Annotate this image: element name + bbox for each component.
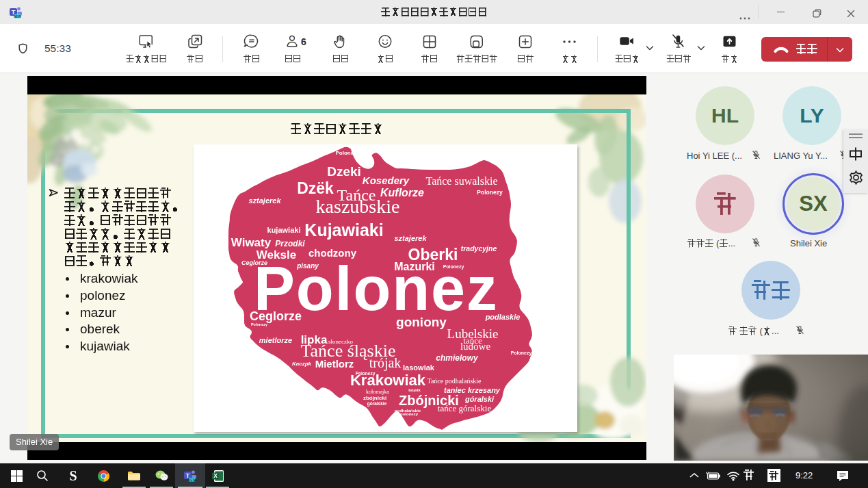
svg-text:Mietlorz: Mietlorz xyxy=(315,358,354,370)
svg-text:Tańce suwalskie: Tańce suwalskie xyxy=(425,175,497,187)
svg-text:tańce góralskie: tańce góralskie xyxy=(438,403,492,413)
svg-text:tradycyjne: tradycyjne xyxy=(461,244,497,253)
svg-text:Polonezy: Polonezy xyxy=(511,350,532,356)
svg-text:Polonezy: Polonezy xyxy=(477,189,503,196)
svg-text:X: X xyxy=(213,472,218,479)
svg-text:chmielowy: chmielowy xyxy=(436,353,479,363)
svg-text:ludowe: ludowe xyxy=(460,341,491,352)
svg-text:Polonezy: Polonezy xyxy=(251,322,268,326)
svg-text:Ceglorze: Ceglorze xyxy=(250,309,302,323)
svg-text:NEW: NEW xyxy=(188,478,196,482)
svg-text:Tańce podhalańskie: Tańce podhalańskie xyxy=(428,377,482,385)
svg-text:kołomajka: kołomajka xyxy=(366,389,389,395)
svg-text:Dzeki: Dzeki xyxy=(327,164,361,179)
svg-text:goniony: goniony xyxy=(396,315,447,329)
svg-text:zbójnicki: zbójnicki xyxy=(363,395,386,401)
svg-text:Wiwaty: Wiwaty xyxy=(231,236,272,249)
svg-text:kujawiaki: kujawiaki xyxy=(267,226,301,234)
svg-text:sztajerek: sztajerek xyxy=(248,196,281,205)
svg-text:podlaskie: podlaskie xyxy=(485,313,521,321)
svg-text:Polonezy: Polonezy xyxy=(356,371,376,376)
svg-text:bójnik: bójnik xyxy=(408,388,421,392)
svg-text:Kujawiaki: Kujawiaki xyxy=(304,220,383,240)
svg-text:góralskie: góralskie xyxy=(367,401,387,407)
svg-text:Przodki: Przodki xyxy=(275,239,305,248)
svg-text:Polonezy: Polonezy xyxy=(335,150,360,156)
svg-text:mietlorze: mietlorze xyxy=(259,336,292,344)
svg-text:Dzëk: Dzëk xyxy=(297,179,334,197)
svg-text:Kosedery: Kosedery xyxy=(363,175,410,186)
svg-text:kaszubskie: kaszubskie xyxy=(316,196,400,217)
svg-text:Kaczpk: Kaczpk xyxy=(292,361,312,367)
svg-text:polonezy: polonezy xyxy=(400,412,419,416)
svg-text:sztajerek: sztajerek xyxy=(394,234,427,242)
svg-text:trójak: trójak xyxy=(369,355,402,371)
svg-text:góralski: góralski xyxy=(464,395,495,403)
svg-text:lasowiak: lasowiak xyxy=(403,363,435,372)
